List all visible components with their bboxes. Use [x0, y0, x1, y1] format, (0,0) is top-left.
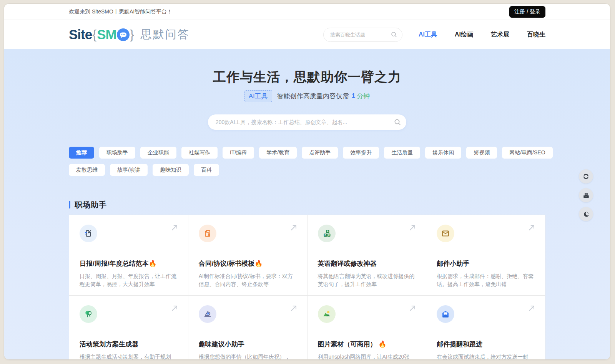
moon-icon: [583, 211, 590, 218]
card-fun-suggestions[interactable]: 趣味建议小助手 根据您想做的事情（比如周年庆祝），: [188, 296, 307, 360]
logo-site-text: Site: [69, 27, 92, 42]
chat-bubble-logo-icon: [117, 28, 130, 41]
dark-mode-button[interactable]: [579, 207, 593, 221]
card-description: 根据您想做的事情（比如周年庆祝），: [199, 353, 297, 360]
filter-chip-trivia[interactable]: 趣味知识: [153, 164, 189, 176]
tool-search-input[interactable]: [208, 114, 406, 130]
section-title: 职场助手: [75, 200, 107, 210]
card-description: 根据主题生成活动策划案，有助于规划: [80, 353, 178, 360]
filter-chip-entertainment[interactable]: 娱乐休闲: [425, 147, 461, 159]
contract-icon: [199, 225, 216, 242]
topic-search: [323, 28, 402, 42]
filter-chip-review[interactable]: 点评助手: [302, 147, 338, 159]
filter-row-2: 发散思维 故事/演讲 趣味知识 百科: [69, 164, 545, 176]
search-icon[interactable]: [394, 119, 401, 126]
card-description: 根据需求，生成邮件：感谢、拒绝、客套话。提高工作效率，避免出错: [437, 272, 535, 289]
hero-subtitle: AI工具 智能创作高质量内容仅需 1 分钟: [4, 90, 610, 102]
card-stock-images[interactable]: 图片素材（可商用） 🔥 利用unsplash网络图库，让AI生成20张: [308, 296, 426, 360]
envelope-icon: [437, 225, 454, 242]
svg-text:A: A: [327, 230, 329, 233]
app-window: 欢迎来到 SiteSMO丨思默AI智能问答平台！ 注册 / 登录 Site { …: [4, 3, 610, 360]
card-event-planner[interactable]: 活动策划方案生成器 根据主题生成活动策划案，有助于规划: [69, 296, 188, 360]
card-title: 活动策划方案生成器: [80, 340, 178, 349]
category-filters: 推荐 职场助手 企业职能 社媒写作 IT/编程 学术/教育 点评助手 效率提升 …: [69, 147, 545, 176]
filter-chip-social-media[interactable]: 社媒写作: [181, 147, 218, 159]
card-title: 邮件小助手: [437, 259, 535, 268]
nav-baixiaosheng[interactable]: 百晓生: [527, 31, 545, 39]
picture-icon: [318, 305, 336, 323]
welcome-text: 欢迎来到 SiteSMO丨思默AI智能问答平台！: [69, 8, 172, 15]
tool-card-grid: 日报/周报/年度总结范本🔥 日报、周报、月报、年度报告，让工作流程更简单，易控，…: [69, 215, 545, 360]
filter-row-1: 推荐 职场助手 企业职能 社媒写作 IT/编程 学术/教育 点评助手 效率提升 …: [69, 147, 545, 159]
card-english-translation[interactable]: A B C 英语翻译或修改神器 将其他语言翻译为英语，或改进你提供的英语句子，提…: [308, 215, 426, 295]
logo-brand-cn: 思默问答: [141, 27, 190, 42]
open-arrow-icon[interactable]: [409, 224, 416, 232]
site-logo[interactable]: Site { SM } 思默问答: [69, 27, 190, 42]
register-login-button[interactable]: 注册 / 登录: [509, 6, 545, 18]
tool-search: [208, 114, 406, 130]
card-email-followup[interactable]: 邮件提醒和跟进 在会议或面试结束后，给对方发送一封: [426, 296, 545, 360]
open-arrow-icon[interactable]: [409, 304, 416, 312]
open-mail-icon: [437, 305, 454, 323]
abc-blocks-icon: A B C: [318, 225, 336, 242]
card-title: 邮件提醒和跟进: [437, 340, 535, 349]
open-arrow-icon[interactable]: [528, 224, 535, 232]
open-arrow-icon[interactable]: [171, 304, 178, 312]
nav-ai-painting[interactable]: AI绘画: [455, 31, 473, 39]
nav-ai-tools[interactable]: AI工具: [419, 31, 437, 39]
card-description: 在会议或面试结束后，给对方发送一封: [437, 353, 535, 360]
filter-chip-story[interactable]: 故事/演讲: [110, 164, 148, 176]
card-title: 日报/周报/年度总结范本🔥: [80, 259, 178, 268]
card-description: AI制作标准合同/协议/标书，要求：双方信息、合同内容、终止条款等: [199, 272, 297, 289]
hero-title: 工作与生活，思默助你一臂之力: [4, 49, 610, 85]
section-header: 职场助手: [69, 200, 545, 210]
logo-brace-close: }: [130, 27, 134, 42]
refresh-icon: [582, 173, 590, 180]
filter-chip-workplace[interactable]: 职场助手: [99, 147, 135, 159]
hero-subtitle-number: 1: [352, 92, 355, 100]
section-accent-bar: [69, 201, 70, 208]
hero-subtitle-text: 智能创作高质量内容仅需: [277, 92, 349, 101]
card-title: 图片素材（可商用） 🔥: [318, 340, 416, 349]
svg-text:C: C: [328, 233, 330, 236]
card-title: 英语翻译或修改神器: [318, 259, 416, 268]
inbox-button[interactable]: [579, 188, 593, 202]
floating-toolbar: [579, 169, 593, 221]
balloons-icon: [80, 305, 97, 323]
filter-chip-enterprise[interactable]: 企业职能: [140, 147, 176, 159]
open-arrow-icon[interactable]: [290, 224, 298, 232]
nav-art-gallery[interactable]: 艺术展: [491, 31, 509, 39]
filter-chip-divergent[interactable]: 发散思维: [69, 164, 105, 176]
open-arrow-icon[interactable]: [290, 304, 298, 312]
refresh-button[interactable]: [579, 169, 593, 184]
card-description: 将其他语言翻译为英语，或改进你提供的英语句子，提升工作效率: [318, 272, 416, 289]
ai-tools-badge[interactable]: AI工具: [244, 90, 272, 102]
search-icon[interactable]: [391, 31, 397, 38]
hero-subtitle-unit: 分钟: [357, 92, 370, 101]
card-daily-report[interactable]: 日报/周报/年度总结范本🔥 日报、周报、月报、年度报告，让工作流程更简单，易控，…: [69, 215, 188, 295]
main-area: 工作与生活，思默助你一臂之力 AI工具 智能创作高质量内容仅需 1 分钟 推荐 …: [4, 49, 610, 360]
card-description: 利用unsplash网络图库，让AI生成20张: [318, 353, 416, 360]
filter-chip-seo[interactable]: 网站/电商/SEO: [502, 147, 552, 159]
topbar: 欢迎来到 SiteSMO丨思默AI智能问答平台！ 注册 / 登录: [4, 4, 610, 20]
filter-chip-life[interactable]: 生活质量: [384, 147, 420, 159]
report-icon: [80, 225, 97, 242]
filter-chip-short-video[interactable]: 短视频: [466, 147, 497, 159]
open-arrow-icon[interactable]: [171, 224, 178, 232]
inbox-icon: [583, 192, 590, 199]
main-nav: AI工具 AI绘画 艺术展 百晓生: [419, 31, 545, 39]
header: Site { SM } 思默问答: [4, 20, 610, 49]
pencil-icon: [199, 305, 216, 323]
card-email-helper[interactable]: 邮件小助手 根据需求，生成邮件：感谢、拒绝、客套话。提高工作效率，避免出错: [426, 215, 545, 295]
card-title: 合同/协议/标书模板🔥: [199, 259, 297, 268]
filter-chip-encyclopedia[interactable]: 百科: [194, 164, 219, 176]
filter-chip-academic[interactable]: 学术/教育: [259, 147, 297, 159]
card-title: 趣味建议小助手: [199, 340, 297, 349]
filter-chip-recommended[interactable]: 推荐: [69, 147, 94, 159]
logo-brace-open: {: [92, 27, 96, 42]
open-arrow-icon[interactable]: [528, 304, 535, 312]
card-contract-template[interactable]: 合同/协议/标书模板🔥 AI制作标准合同/协议/标书，要求：双方信息、合同内容、…: [188, 215, 307, 295]
svg-text:B: B: [324, 233, 326, 236]
filter-chip-it[interactable]: IT/编程: [223, 147, 254, 159]
filter-chip-efficiency[interactable]: 效率提升: [343, 147, 379, 159]
